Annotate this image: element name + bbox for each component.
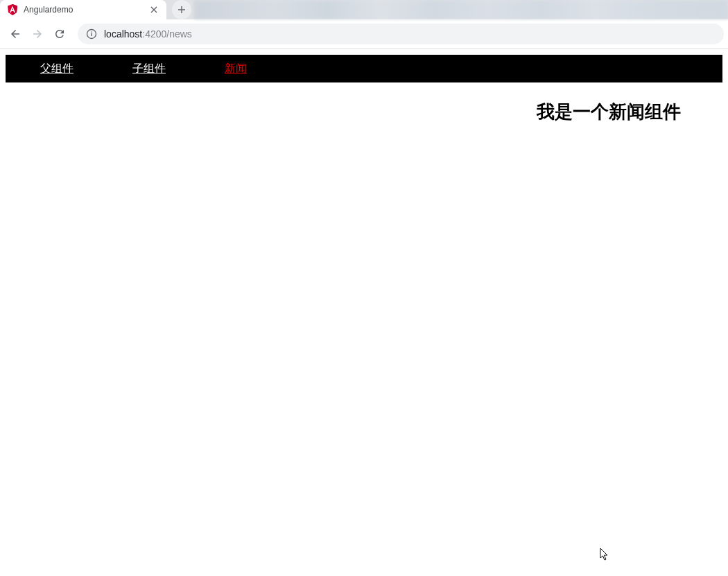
page-content: 父组件 子组件 新闻 我是一个新闻组件 [0,49,728,130]
browser-chrome: Angulardemo localhost:4200/news [0,0,728,49]
browser-tab[interactable]: Angulardemo [0,0,166,19]
svg-rect-4 [91,32,92,33]
page-heading: 我是一个新闻组件 [6,100,722,124]
nav-link-parent[interactable]: 父组件 [40,62,73,76]
new-tab-button[interactable] [172,0,191,19]
url-port-path: :4200/news [142,28,192,40]
mouse-cursor-icon [600,548,609,564]
back-button[interactable] [4,23,26,45]
tab-strip: Angulardemo [0,0,728,19]
close-tab-icon[interactable] [148,4,159,15]
tab-title: Angulardemo [24,5,148,15]
reload-button[interactable] [49,23,71,45]
info-icon[interactable] [86,28,97,40]
svg-rect-3 [91,33,92,36]
url-host: localhost [104,28,142,40]
url-text: localhost:4200/news [104,28,192,40]
nav-link-news[interactable]: 新闻 [225,62,247,76]
forward-button[interactable] [26,23,49,45]
angular-favicon-icon [7,4,18,15]
address-bar[interactable]: localhost:4200/news [78,24,724,44]
nav-link-child[interactable]: 子组件 [132,62,166,76]
app-nav-bar: 父组件 子组件 新闻 [6,55,722,82]
window-behind-blur [194,0,728,19]
browser-toolbar: localhost:4200/news [0,19,728,49]
